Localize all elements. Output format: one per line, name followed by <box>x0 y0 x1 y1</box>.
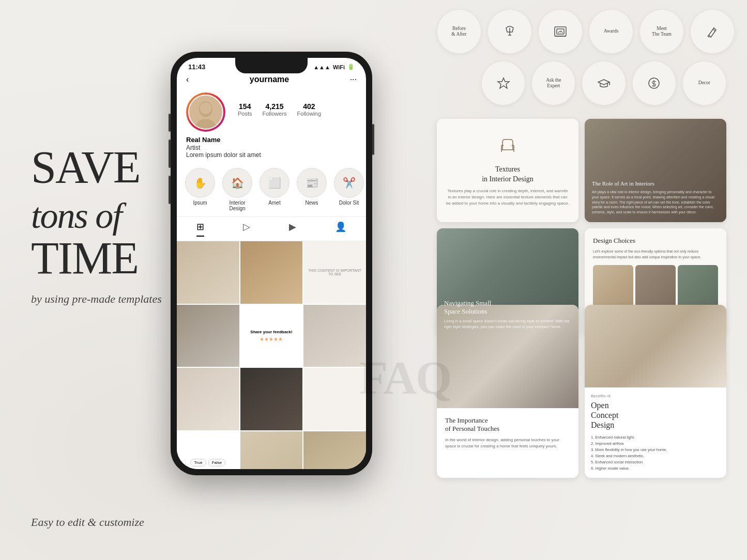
ig-back-button[interactable]: ‹ <box>186 75 189 84</box>
highlight-amet[interactable]: ⬜ Amet <box>260 168 289 211</box>
icon-pen[interactable] <box>690 9 735 54</box>
highlight-label-news: News <box>305 200 318 206</box>
phone-mockup: 11:43 ▲▲▲ WiFi 🔋 ‹ yourname ··· <box>171 52 372 475</box>
cards-section: Textures in Interior Design Textures pla… <box>437 119 726 337</box>
grid-cell-text: THIS CONTENT IS IMPORTANT TO SEE <box>303 241 366 304</box>
decor-label: Decor <box>698 80 710 86</box>
icon-graduation[interactable] <box>582 61 626 105</box>
space-content: Navigating Small Space Solutions Living … <box>444 299 571 330</box>
ig-profile-area: 154 Posts 4,215 Followers 402 Following <box>177 88 366 163</box>
small-space-body: Living in a small space doesn't mean sac… <box>444 319 571 330</box>
benefits-label: Benefits of <box>591 394 720 398</box>
grid-cell-dark <box>240 368 303 430</box>
ig-header: ‹ yourname ··· <box>177 71 366 88</box>
ig-tabs: ⊞ ▷ ▶ 👤 <box>177 216 366 241</box>
svg-point-2 <box>200 102 212 114</box>
highlight-circle-interior: 🏠 <box>222 168 252 198</box>
grid-cell-arch <box>303 431 366 469</box>
design-choices-title: Design Choices <box>593 237 718 245</box>
tab-tag[interactable]: 👤 <box>335 221 346 237</box>
phone-outer-frame: 11:43 ▲▲▲ WiFi 🔋 ‹ yourname ··· <box>171 52 372 475</box>
icon-meet-team[interactable]: MeetThe Team <box>639 9 684 54</box>
feedback-title: Share your feedback! <box>250 330 292 334</box>
highlight-circle-dolorsit: ✂️ <box>334 168 364 198</box>
icon-decor[interactable]: Decor <box>682 61 726 105</box>
highlight-label-interior: InteriorDesign <box>229 200 245 211</box>
false-button[interactable]: False <box>208 459 226 466</box>
awards-label: Awards <box>604 28 619 34</box>
highlight-dolorsit[interactable]: ✂️ Dolor Sit <box>334 168 364 211</box>
art-content: The Role of Art in Interiors Art plays a… <box>592 180 719 215</box>
followers-count: 4,215 <box>263 102 287 111</box>
main-headline: SAVE tons of TIME <box>31 145 176 281</box>
art-body: Art plays a vital role in interior desig… <box>592 190 719 215</box>
grid-cell-room <box>177 305 239 367</box>
icon-fireplace[interactable] <box>538 9 583 54</box>
personal-text: The Importance of Personal Touches In th… <box>437 408 578 458</box>
icon-dollar[interactable] <box>632 61 676 105</box>
ig-username: yourname <box>250 75 289 84</box>
icon-before-after[interactable]: Before& After <box>437 9 481 54</box>
ig-stats: 154 Posts 4,215 Followers 402 Following <box>238 102 321 117</box>
highlight-news[interactable]: 📰 News <box>297 168 327 211</box>
pen-icon <box>705 24 720 39</box>
status-icons: ▲▲▲ WiFi 🔋 <box>313 64 355 70</box>
grid-cell-feedback: Share your feedback! ★★★★★ <box>240 305 303 367</box>
phone-silent-switch <box>169 176 171 204</box>
status-time: 11:43 <box>188 63 205 71</box>
following-label: Following <box>297 111 321 117</box>
grid-cell-vase <box>240 431 303 469</box>
true-false-buttons: True False <box>190 459 225 466</box>
icon-lamp[interactable] <box>487 9 532 54</box>
tab-play[interactable]: ▶ <box>289 221 296 237</box>
open-concept-text: Benefits of Open Concept Design Enhanced… <box>585 387 726 478</box>
svg-point-1 <box>195 119 216 130</box>
phone-power-button <box>372 124 374 155</box>
personal-title: The Importance of Personal Touches <box>445 416 570 433</box>
meet-team-label: MeetThe Team <box>652 26 672 38</box>
icon-row-1: Before& After Awards MeetThe Team <box>437 9 726 54</box>
card-textures-content: Textures in Interior Design Textures pla… <box>437 119 578 222</box>
tab-grid[interactable]: ⊞ <box>196 221 204 237</box>
svg-line-8 <box>713 29 715 31</box>
art-title: The Role of Art in Interiors <box>592 180 719 186</box>
design-choices-body: Let's explore some of the eco-friendly o… <box>593 249 718 260</box>
faq-overlay-text: FAQ <box>359 351 451 405</box>
card-personal-touches: The Importance of Personal Touches In th… <box>437 305 578 478</box>
grid-cell-staircase <box>240 241 303 304</box>
card-textures: Textures in Interior Design Textures pla… <box>437 119 578 222</box>
card-art: The Role of Art in Interiors Art plays a… <box>585 119 726 222</box>
ig-stat-following: 402 Following <box>297 102 321 117</box>
icon-ask-expert[interactable]: Ask theExpert <box>531 61 575 105</box>
ig-real-name: Real Name <box>186 136 357 144</box>
bottom-tagline: Easy to edit & customize <box>31 516 144 529</box>
icon-awards[interactable]: Awards <box>589 9 633 54</box>
highlight-hand[interactable]: ✋ Ipsum <box>185 168 215 211</box>
textures-body: Textures play a crucial role in creating… <box>446 188 569 207</box>
headline-line1: SAVE <box>31 142 140 192</box>
before-after-label: Before& After <box>451 26 466 38</box>
posts-label: Posts <box>238 111 252 117</box>
highlight-label-amet: Amet <box>268 200 280 206</box>
highlight-interior[interactable]: 🏠 InteriorDesign <box>222 168 252 211</box>
true-button[interactable]: True <box>190 459 206 466</box>
ig-bio-section: Real Name Artist Lorem ipsum dolor sit a… <box>186 136 357 159</box>
ask-expert-label: Ask theExpert <box>546 77 561 89</box>
benefit-6: Higher resale value. <box>591 465 720 472</box>
ig-stat-followers: 4,215 Followers <box>263 102 287 117</box>
tab-reel[interactable]: ▷ <box>243 221 250 237</box>
icon-circles-section: Before& After Awards MeetThe Team <box>437 9 726 105</box>
card-small-space: Navigating Small Space Solutions Living … <box>437 228 578 337</box>
benefit-5: Enhanced social interaction <box>591 459 720 465</box>
small-space-title: Navigating Small Space Solutions <box>444 299 571 316</box>
ig-photo-grid: THIS CONTENT IS IMPORTANT TO SEE Share y… <box>177 241 366 469</box>
grid-cell-woman <box>177 241 239 304</box>
highlight-label-ipsum: Ipsum <box>193 200 207 206</box>
ig-avatar[interactable] <box>186 92 225 132</box>
ig-more-button[interactable]: ··· <box>350 75 357 84</box>
ig-bio: Lorem ipsum dolor sit amet <box>186 151 357 159</box>
left-section: SAVE tons of TIME by using pre-made temp… <box>31 145 176 307</box>
benefit-2: Improved airflow. <box>591 441 720 447</box>
icon-star[interactable] <box>481 61 525 105</box>
battery-icon: 🔋 <box>347 64 355 70</box>
